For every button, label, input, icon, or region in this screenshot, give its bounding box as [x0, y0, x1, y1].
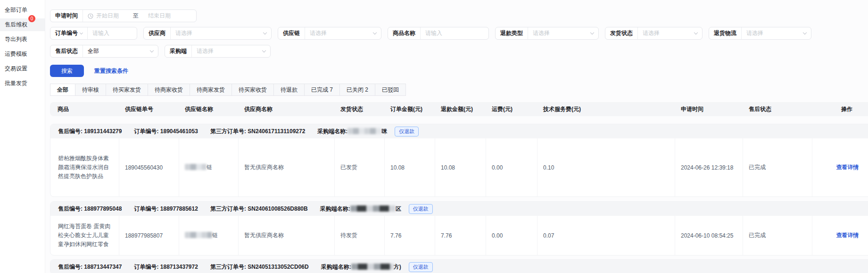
delivery-status-select[interactable]: 请选择: [638, 27, 702, 39]
order-no-input[interactable]: 请输入: [88, 27, 137, 39]
supply-chain-no: 189045560430: [119, 138, 179, 196]
supply-chain-select[interactable]: 请选择: [305, 27, 381, 39]
start-date-placeholder: 开始日期: [96, 12, 119, 20]
after-sale-no: 售后编号: 188713447347: [58, 263, 122, 271]
redacted-text: [185, 164, 207, 170]
sidebar-item-label: 交易设置: [5, 65, 27, 72]
purchaser-name: 采购端名称:区: [320, 205, 401, 213]
status-tabs: 全部 待审核 待买家发货 待商家收货 待商家发货 待买家收货 待退款 已完成 7…: [50, 84, 868, 96]
after-sale-no: 售后编号: 189131443279: [58, 128, 122, 136]
refund-only-badge: 仅退款: [395, 127, 419, 136]
supplier-filter: 供应商 请选择: [143, 27, 272, 40]
after-sale-status-select[interactable]: 全部: [83, 45, 158, 57]
order-no: 订单编号: 188977885612: [134, 205, 198, 213]
tab-completed[interactable]: 已完成 7: [304, 84, 340, 96]
sidebar-item-all-orders[interactable]: 全部订单: [0, 4, 45, 17]
tab-closed[interactable]: 已关闭 2: [339, 84, 375, 96]
delivery-status-filter-label: 发货状态: [605, 27, 638, 39]
sidebar-item-label: 运费模板: [5, 51, 27, 57]
search-button[interactable]: 搜索: [50, 65, 84, 77]
purchase-side-select[interactable]: 请选择: [192, 45, 270, 57]
return-logistics-select[interactable]: 请选择: [742, 27, 811, 39]
sidebar-item-label: 全部订单: [5, 7, 27, 13]
end-date-placeholder: 结束日期: [148, 12, 191, 20]
col-freight: 运费(元): [485, 105, 537, 113]
tab-rejected[interactable]: 已驳回: [375, 84, 406, 96]
after-sale-no: 售后编号: 188977895048: [58, 205, 122, 213]
supplier-filter-label: 供应商: [144, 27, 171, 39]
tab-buyer-to-ship[interactable]: 待买家发货: [106, 84, 148, 96]
chevron-down-icon: [590, 31, 594, 34]
product-name-filter-label: 商品名称: [388, 27, 421, 39]
after-sale-status: 已完成: [743, 138, 812, 196]
tech-service-fee: 0.07: [537, 216, 675, 255]
main-content: 申请时间 开始日期 至 结束日期 订单编号 请输入 供应商: [45, 0, 868, 273]
sidebar-item-freight-template[interactable]: 运费模板: [0, 48, 45, 60]
third-party-order-no: 第三方订单号: SN2406171131109272: [210, 128, 305, 136]
apply-time-label: 申请时间: [50, 10, 83, 22]
col-apply-time: 申请时间: [674, 105, 742, 113]
date-range-input[interactable]: 开始日期 至 结束日期: [83, 10, 196, 22]
table-row: 碧柏雅烟酰胺身体素颜霜清爽保湿水润自然提亮肤色护肤品 189045560430 …: [50, 138, 868, 196]
order-no-filter-label[interactable]: 订单编号: [50, 27, 88, 39]
order-no: 订单编号: 189045461053: [134, 128, 198, 136]
redacted-text: [185, 232, 212, 238]
apply-time: 2024-06-10 08:54:25: [675, 216, 743, 255]
view-detail-link[interactable]: 查看详情: [836, 231, 859, 239]
order-group: 售后编号: 188713447347 订单编号: 188713437972 第三…: [50, 259, 868, 273]
filter-row-date: 申请时间 开始日期 至 结束日期: [50, 9, 868, 22]
tab-merchant-to-ship[interactable]: 待商家发货: [190, 84, 232, 96]
sidebar-item-batch-ship[interactable]: 批量发货: [0, 77, 45, 90]
delivery-status: 待发货: [334, 216, 384, 255]
order-group: 售后编号: 188977895048 订单编号: 188977885612 第三…: [50, 201, 868, 256]
reset-filters-link[interactable]: 重置搜索条件: [94, 67, 128, 75]
col-tech-service-fee: 技术服务费(元): [537, 105, 674, 113]
sidebar-item-export-list[interactable]: 导出列表: [0, 33, 45, 46]
col-refund-amount: 退款金额(元): [434, 105, 485, 113]
after-sale-status: 已完成: [743, 216, 812, 255]
supply-chain-filter: 供应链 请选择: [278, 27, 381, 40]
col-operation: 操作: [811, 105, 868, 113]
refund-only-badge: 仅退款: [409, 204, 433, 214]
supplier-select[interactable]: 请选择: [171, 27, 271, 39]
tab-pending-refund[interactable]: 待退款: [273, 84, 305, 96]
notification-badge: 0: [28, 15, 35, 22]
after-sale-status-filter: 售后状态 全部: [50, 45, 158, 58]
col-supply-chain-no: 供应链单号: [118, 105, 178, 113]
return-logistics-filter-label: 退货物流: [709, 27, 742, 39]
sidebar-item-after-sale[interactable]: 售后维权 0: [0, 18, 45, 31]
supplier-name: 暂无供应商名称: [238, 216, 334, 255]
third-party-order-no: 第三方订单号: SN24051313052CD06D: [210, 263, 309, 271]
col-product: 商品: [50, 105, 118, 113]
chevron-down-icon: [150, 49, 154, 52]
product-name: 碧柏雅烟酰胺身体素颜霜清爽保湿水润自然提亮肤色护肤品: [50, 138, 119, 196]
chevron-down-icon: [694, 31, 698, 34]
view-detail-link[interactable]: 查看详情: [836, 163, 859, 171]
filter-actions: 搜索 重置搜索条件: [50, 65, 868, 77]
clock-icon: [88, 13, 93, 19]
redacted-text: [350, 205, 396, 212]
tab-all[interactable]: 全部: [50, 84, 75, 96]
redacted-text: [347, 128, 381, 134]
tab-merchant-to-receive[interactable]: 待商家收货: [148, 84, 190, 96]
filter-row-2: 订单编号 请输入 供应商 请选择 供应链 请选择 商品名称 请输入: [50, 27, 868, 40]
freight: 0.00: [486, 216, 537, 255]
supplier-name: 暂无供应商名称: [238, 138, 334, 196]
col-delivery-status: 发货状态: [334, 105, 384, 113]
order-group-header: 售后编号: 189131443279 订单编号: 189045461053 第三…: [50, 124, 868, 138]
third-party-order-no: 第三方订单号: SN24061008526D880B: [210, 205, 308, 213]
product-name-input[interactable]: 请输入: [421, 27, 488, 39]
chevron-down-icon: [373, 31, 377, 34]
chevron-down-icon: [263, 31, 267, 34]
tab-pending-review[interactable]: 待审核: [75, 84, 106, 96]
order-group-header: 售后编号: 188977895048 订单编号: 188977885612 第三…: [50, 202, 868, 216]
col-supply-chain-name: 供应链名称: [178, 105, 238, 113]
order-group-header: 售后编号: 188713447347 订单编号: 188713437972 第三…: [50, 260, 868, 273]
sidebar-item-label: 售后维权: [5, 21, 27, 28]
refund-type-select[interactable]: 请选择: [528, 27, 598, 39]
tab-buyer-to-receive[interactable]: 待买家收货: [231, 84, 274, 96]
purchase-side-filter: 采购端 请选择: [165, 45, 271, 58]
sidebar-item-label: 导出列表: [5, 36, 27, 43]
refund-amount: 10.08: [435, 138, 486, 196]
sidebar-item-trade-settings[interactable]: 交易设置: [0, 62, 45, 75]
